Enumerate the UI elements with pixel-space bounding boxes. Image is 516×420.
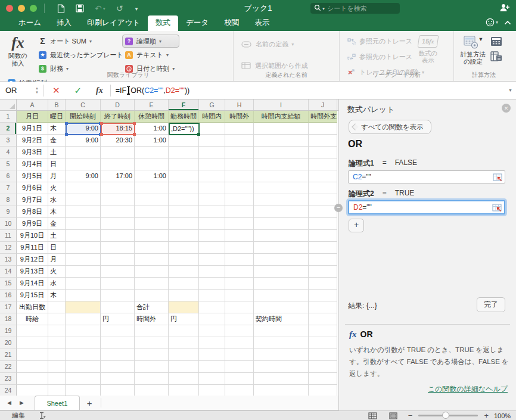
cell-C9[interactable] bbox=[66, 206, 101, 218]
row-header-7[interactable]: 7 bbox=[0, 182, 17, 194]
confirm-entry-icon[interactable]: ✓ bbox=[74, 85, 82, 96]
cell-A7[interactable]: 9月6日 bbox=[17, 182, 48, 194]
customize-toolbar-icon[interactable]: ▾ bbox=[133, 5, 138, 12]
cell-I3[interactable] bbox=[254, 135, 309, 147]
cell-H21[interactable] bbox=[225, 349, 254, 361]
cell-H7[interactable] bbox=[225, 182, 254, 194]
cell-F16[interactable] bbox=[169, 290, 199, 301]
cell-G22[interactable] bbox=[199, 361, 225, 373]
row-header-8[interactable]: 8 bbox=[0, 194, 17, 206]
cell-D5[interactable] bbox=[101, 158, 135, 170]
cell-A21[interactable] bbox=[17, 349, 48, 361]
cell-A3[interactable]: 9月2日 bbox=[17, 135, 48, 147]
tab-挿入[interactable]: 挿入 bbox=[49, 15, 79, 31]
cell-H8[interactable] bbox=[225, 194, 254, 206]
cell-C6[interactable]: 9:00 bbox=[66, 170, 101, 182]
cell-C3[interactable]: 9:00 bbox=[66, 135, 101, 147]
create-from-selection-button[interactable]: 選択範囲から作成 bbox=[238, 59, 335, 72]
active-edit-cell-f2[interactable]: ,D2="")) bbox=[169, 123, 200, 135]
cell-G7[interactable] bbox=[199, 182, 225, 194]
cell-C8[interactable] bbox=[66, 194, 101, 206]
name-box[interactable]: OR bbox=[0, 86, 35, 95]
range-selector-icon[interactable] bbox=[493, 173, 502, 181]
cell-C17[interactable] bbox=[66, 301, 101, 313]
row-header-6[interactable]: 6 bbox=[0, 170, 17, 182]
insert-function-fx-icon[interactable]: fx bbox=[96, 86, 103, 95]
cell-G11[interactable] bbox=[199, 230, 225, 242]
panel-close-icon[interactable]: ✕ bbox=[502, 104, 511, 113]
column-header-F[interactable]: F bbox=[169, 99, 199, 110]
cell-A11[interactable]: 9月10日 bbox=[17, 230, 48, 242]
cell-A14[interactable]: 9月13日 bbox=[17, 266, 48, 278]
cell-F4[interactable] bbox=[169, 147, 199, 158]
row-header-20[interactable]: 20 bbox=[0, 337, 17, 349]
cell-G6[interactable] bbox=[199, 170, 225, 182]
zoom-slider[interactable] bbox=[418, 415, 478, 416]
cell-A4[interactable]: 9月3日 bbox=[17, 147, 48, 158]
cell-G23[interactable] bbox=[199, 373, 225, 385]
column-header-A[interactable]: A bbox=[17, 99, 48, 110]
cell-B22[interactable] bbox=[48, 361, 66, 373]
cell-H14[interactable] bbox=[225, 266, 254, 278]
sheet-tab-sheet1[interactable]: Sheet1 bbox=[35, 396, 80, 410]
cell-E11[interactable] bbox=[135, 230, 169, 242]
expand-formula-bar-icon[interactable]: ▼ bbox=[508, 88, 512, 92]
row-header-23[interactable]: 23 bbox=[0, 373, 17, 385]
sheet-search-input[interactable]: ▾ シートを検索 bbox=[310, 3, 400, 14]
cell-I15[interactable] bbox=[254, 278, 309, 290]
arg1-input[interactable]: C2="" bbox=[348, 170, 505, 183]
cell-D9[interactable] bbox=[101, 206, 135, 218]
cell-J1[interactable]: 時間外支給額 bbox=[309, 111, 337, 123]
cell-F14[interactable] bbox=[169, 266, 199, 278]
cell-H9[interactable] bbox=[225, 206, 254, 218]
cell-E17[interactable]: 合計 bbox=[135, 301, 169, 313]
cell-E24[interactable] bbox=[135, 385, 169, 396]
cell-D24[interactable] bbox=[101, 385, 135, 396]
cell-C4[interactable] bbox=[66, 147, 101, 158]
calculate-sheet-icon[interactable] bbox=[490, 51, 502, 63]
cancel-entry-icon[interactable]: ✕ bbox=[52, 85, 60, 96]
cell-A17[interactable]: 出勤日数 bbox=[17, 301, 48, 313]
cell-D1[interactable]: 終了時刻 bbox=[101, 111, 135, 123]
cell-G8[interactable] bbox=[199, 194, 225, 206]
cell-A16[interactable]: 9月15日 bbox=[17, 290, 48, 301]
row-header-13[interactable]: 13 bbox=[0, 254, 17, 266]
cell-D17[interactable] bbox=[101, 301, 135, 313]
cell-C7[interactable] bbox=[66, 182, 101, 194]
show-all-functions-button[interactable]: すべての関数を表示 bbox=[349, 120, 431, 134]
cell-F9[interactable] bbox=[169, 206, 199, 218]
cell-C14[interactable] bbox=[66, 266, 101, 278]
cell-F19[interactable] bbox=[169, 325, 199, 337]
cell-G14[interactable] bbox=[199, 266, 225, 278]
row-header-5[interactable]: 5 bbox=[0, 158, 17, 170]
zoom-window-button[interactable] bbox=[30, 5, 37, 12]
cell-E13[interactable] bbox=[135, 254, 169, 266]
cell-J17[interactable] bbox=[309, 301, 337, 313]
insert-function-button[interactable]: fx 関数の挿入 bbox=[5, 34, 31, 67]
cell-D23[interactable] bbox=[101, 373, 135, 385]
cell-D7[interactable] bbox=[101, 182, 135, 194]
calculation-options-button[interactable]: ▾ 計算方法の設定 bbox=[461, 35, 486, 65]
cell-J20[interactable] bbox=[309, 337, 337, 349]
cell-I22[interactable] bbox=[254, 361, 309, 373]
cell-J24[interactable] bbox=[309, 385, 337, 396]
cell-H11[interactable] bbox=[225, 230, 254, 242]
cell-B17[interactable] bbox=[48, 301, 66, 313]
cell-G3[interactable] bbox=[199, 135, 225, 147]
cell-H22[interactable] bbox=[225, 361, 254, 373]
next-sheet-icon[interactable]: ▶ bbox=[20, 400, 24, 406]
cell-H20[interactable] bbox=[225, 337, 254, 349]
cell-I6[interactable] bbox=[254, 170, 309, 182]
cell-I13[interactable] bbox=[254, 254, 309, 266]
close-window-button[interactable] bbox=[6, 5, 13, 12]
cell-A8[interactable]: 9月7日 bbox=[17, 194, 48, 206]
cell-A5[interactable]: 9月4日 bbox=[17, 158, 48, 170]
recent-templates-button[interactable]: ★最近使ったテンプレート▾ bbox=[36, 48, 120, 61]
cell-I11[interactable] bbox=[254, 230, 309, 242]
cell-B13[interactable]: 月 bbox=[48, 254, 66, 266]
cell-F12[interactable] bbox=[169, 242, 199, 254]
cell-H5[interactable] bbox=[225, 158, 254, 170]
cell-J23[interactable] bbox=[309, 373, 337, 385]
row-header-2[interactable]: 2 bbox=[0, 123, 17, 135]
trace-precedents-button[interactable]: 参照元のトレース bbox=[344, 35, 415, 48]
